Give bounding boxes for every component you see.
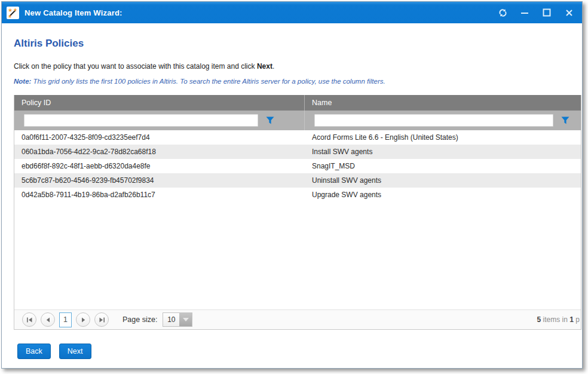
title-bar[interactable]: ★ ★ ★ New Catalog Item Wizard:	[2, 2, 582, 23]
policy-id-cell[interactable]: 060a1bda-7056-4d22-9ca2-78d82ca68f18	[14, 148, 305, 156]
note-text: Note: This grid only lists the first 100…	[14, 78, 577, 85]
svg-text:★: ★	[13, 7, 17, 13]
policy-id-cell[interactable]: 0d42a5b8-7911-4b19-86ba-d2afb26b11c7	[14, 191, 305, 199]
grid-rows: 0a0f6f11-2007-4325-8f09-cd3235eef7d4Acor…	[14, 130, 581, 202]
page-size-dropdown[interactable]: 10	[163, 312, 192, 327]
chevron-down-icon[interactable]	[179, 313, 192, 326]
policy-name-cell[interactable]: Upgrade SWV agents	[305, 191, 581, 199]
instruction-next-keyword: Next	[257, 62, 272, 70]
window-title: New Catalog Item Wizard:	[24, 8, 122, 17]
policy-name-cell[interactable]: Uninstall SWV agents	[305, 176, 581, 185]
policy-id-cell[interactable]: 0a0f6f11-2007-4325-8f09-cd3235eef7d4	[14, 133, 305, 142]
name-filter-input[interactable]	[314, 114, 553, 127]
wizard-dialog: ★ ★ ★ New Catalog Item Wizard:	[1, 1, 583, 369]
grid-header-row: Policy ID Name	[14, 95, 581, 111]
policies-grid: Policy ID Name	[14, 95, 581, 330]
column-header-policy-id[interactable]: Policy ID	[14, 95, 305, 111]
next-button[interactable]: Next	[59, 344, 91, 359]
policy-row[interactable]: 0a0f6f11-2007-4325-8f09-cd3235eef7d4Acor…	[14, 130, 581, 145]
policy-row[interactable]: ebd66f8f-892c-48f1-aebb-d6320da4e8feSnag…	[14, 159, 581, 173]
instruction-text: Click on the policy that you want to ass…	[14, 62, 577, 70]
first-page-button[interactable]	[22, 312, 36, 327]
policy-row[interactable]: 0d42a5b8-7911-4b19-86ba-d2afb26b11c7Upgr…	[14, 188, 581, 202]
svg-text:★: ★	[8, 14, 12, 19]
maximize-icon[interactable]	[542, 8, 552, 17]
grid-empty-area	[14, 202, 581, 309]
previous-page-button[interactable]	[41, 312, 55, 327]
column-header-name[interactable]: Name	[305, 95, 581, 111]
wizard-content: Altiris Policies Click on the policy tha…	[2, 23, 582, 368]
name-filter-cell	[305, 111, 581, 130]
policy-id-cell[interactable]: ebd66f8f-892c-48f1-aebb-d6320da4e8fe	[14, 162, 305, 170]
policy-row[interactable]: 060a1bda-7056-4d22-9ca2-78d82ca68f18Inst…	[14, 145, 581, 159]
policy-name-cell[interactable]: Acord Forms Lite 6.6 - English (United S…	[305, 133, 581, 142]
page-title: Altiris Policies	[14, 38, 577, 50]
wizard-footer: Back Next	[14, 344, 577, 359]
policy-id-filter-input[interactable]	[24, 114, 258, 127]
policy-id-filter-icon[interactable]	[264, 114, 277, 127]
next-page-button[interactable]	[76, 312, 90, 327]
last-page-button[interactable]	[94, 312, 109, 327]
policy-name-cell[interactable]: SnagIT_MSD	[305, 162, 581, 170]
policy-id-cell[interactable]: 5c6b7c87-b620-4546-9239-fb45702f9834	[14, 176, 305, 185]
svg-text:★: ★	[8, 7, 13, 13]
wizard-app-icon: ★ ★ ★	[7, 7, 19, 19]
close-icon[interactable]	[564, 8, 574, 17]
policy-name-cell[interactable]: Install SWV agents	[305, 148, 581, 156]
minimize-icon[interactable]	[520, 8, 529, 17]
refresh-icon[interactable]	[498, 8, 507, 17]
name-filter-icon[interactable]	[559, 114, 572, 127]
page-size-value: 10	[163, 313, 179, 326]
items-summary: 5 items in 1 p	[537, 310, 580, 329]
policy-id-filter-cell	[14, 111, 305, 130]
window-controls	[498, 8, 574, 17]
back-button[interactable]: Back	[17, 344, 51, 359]
policy-row[interactable]: 5c6b7c87-b620-4546-9239-fb45702f9834Unin…	[14, 173, 581, 188]
current-page-indicator[interactable]: 1	[59, 312, 72, 327]
grid-pager: 1 Page size: 10 5 items in 1 p	[14, 309, 581, 329]
grid-filter-row	[14, 111, 581, 130]
page-size-label: Page size:	[122, 315, 157, 324]
